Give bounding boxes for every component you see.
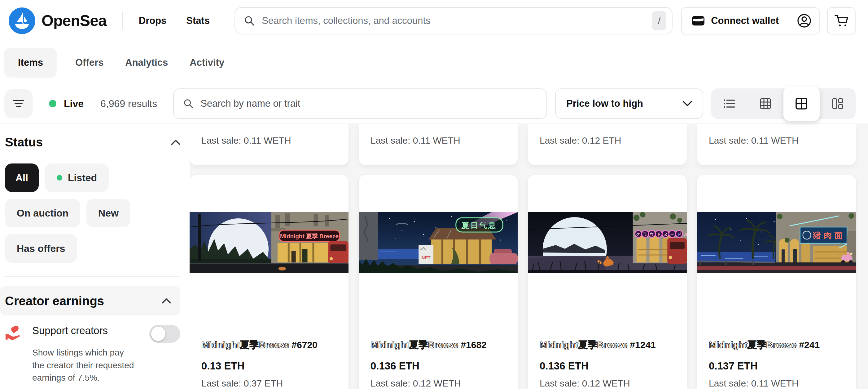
nft-media: 夏日气息 NFT bbox=[359, 175, 518, 334]
opensea-logo-icon[interactable] bbox=[9, 7, 35, 34]
search-icon bbox=[244, 15, 255, 26]
heart-hand-icon bbox=[5, 326, 21, 341]
nft-title: Midnight夏季Breeze#1682 bbox=[371, 339, 506, 352]
view-grid-button[interactable] bbox=[783, 87, 820, 121]
tab-offers[interactable]: Offers bbox=[75, 57, 103, 68]
nft-title: Midnight夏季Breeze#1241 bbox=[539, 339, 675, 352]
support-creators-row: Support creators bbox=[5, 325, 180, 343]
nft-id: #1682 bbox=[461, 340, 486, 350]
filter-icon bbox=[12, 98, 25, 109]
sidebar-divider bbox=[5, 276, 180, 277]
filters-sidebar: Status All Listed On auction New Has off… bbox=[0, 124, 190, 389]
tab-analytics[interactable]: Analytics bbox=[125, 57, 168, 68]
nft-info: Midnight夏季Breeze#241 0.137 ETH Last sale… bbox=[697, 334, 856, 389]
chevron-up-icon bbox=[162, 298, 171, 304]
nft-card-partial[interactable]: Last sale: 0.11 WETH bbox=[359, 124, 518, 165]
connect-wallet-label: Connect wallet bbox=[711, 15, 779, 26]
small-sign-text: NFT bbox=[422, 255, 431, 260]
nft-name: Midnight夏季Breeze bbox=[709, 340, 797, 350]
nft-name: Midnight夏季Breeze bbox=[539, 340, 627, 350]
nft-id: #1241 bbox=[630, 340, 655, 350]
nft-id: #6720 bbox=[291, 340, 317, 350]
profile-icon bbox=[797, 13, 812, 28]
masonry-view-icon bbox=[832, 98, 843, 110]
profile-button[interactable] bbox=[789, 8, 819, 34]
connect-wallet-button[interactable]: Connect wallet bbox=[682, 8, 789, 34]
nft-last-sale: Last sale: 0.37 ETH bbox=[202, 378, 337, 389]
creator-earnings-section-header[interactable]: Creator earnings bbox=[0, 286, 180, 315]
partial-card-row: Last sale: 0.11 WETH Last sale: 0.11 WET… bbox=[190, 124, 868, 165]
tab-activity[interactable]: Activity bbox=[190, 57, 224, 68]
last-sale: Last sale: 0.11 WETH bbox=[709, 135, 844, 146]
results-count: 6,969 results bbox=[100, 98, 157, 110]
filters-button[interactable] bbox=[4, 89, 33, 118]
sort-selected-label: Price low to high bbox=[566, 98, 643, 109]
last-sale: Last sale: 0.12 ETH bbox=[539, 135, 675, 146]
nft-info: Midnight夏季Breeze#1241 0.136 ETH Last sal… bbox=[528, 334, 687, 389]
status-chip-listed[interactable]: Listed bbox=[45, 164, 109, 192]
status-chip-new[interactable]: New bbox=[86, 199, 130, 227]
nft-artwork-comet-shop: 夏日气息 NFT bbox=[359, 212, 518, 273]
neon-sign-text: クラウドヌードル bbox=[636, 232, 687, 237]
nft-name: Midnight夏季Breeze bbox=[371, 340, 458, 350]
neon-sign-text: 夏日气息 bbox=[461, 221, 497, 229]
trait-search-input[interactable] bbox=[200, 98, 537, 109]
sort-dropdown[interactable]: Price low to high bbox=[555, 88, 703, 119]
status-chip-on-auction[interactable]: On auction bbox=[5, 199, 80, 227]
toggle-knob bbox=[151, 327, 165, 341]
nav-link-stats[interactable]: Stats bbox=[186, 15, 210, 26]
nft-info: Midnight夏季Breeze#1682 0.136 ETH Last sal… bbox=[359, 334, 518, 389]
nft-artwork-moon-fox: クラウドヌードル bbox=[528, 212, 687, 273]
nft-card[interactable]: クラウドヌードル Midnight夏季Breeze#1241 0.136 ETH… bbox=[528, 175, 687, 389]
last-sale: Last sale: 0.11 WETH bbox=[202, 135, 337, 146]
trait-search-bar[interactable] bbox=[173, 88, 547, 119]
nft-price: 0.13 ETH bbox=[202, 360, 337, 372]
items-grid: Last sale: 0.11 WETH Last sale: 0.11 WET… bbox=[190, 124, 868, 389]
view-mode-switcher bbox=[711, 88, 856, 119]
status-chip-has-offers[interactable]: Has offers bbox=[5, 234, 77, 263]
dense-grid-view-icon bbox=[760, 98, 771, 110]
nft-title: Midnight夏季Breeze#241 bbox=[709, 339, 844, 352]
wallet-icon bbox=[692, 15, 705, 26]
support-creators-toggle[interactable] bbox=[149, 325, 180, 343]
global-search-bar[interactable]: / bbox=[235, 7, 673, 34]
nft-name: Midnight夏季Breeze bbox=[202, 340, 289, 350]
live-label: Live bbox=[64, 98, 84, 110]
global-search-input[interactable] bbox=[262, 15, 652, 26]
tab-items[interactable]: Items bbox=[4, 48, 57, 78]
listed-dot-icon bbox=[57, 175, 62, 180]
list-view-icon bbox=[723, 98, 736, 109]
nft-price: 0.137 ETH bbox=[709, 360, 844, 372]
nft-card[interactable]: Midnight 夏季 Breeze Midnight夏季Breeze#6720… bbox=[190, 175, 348, 389]
status-title: Status bbox=[5, 135, 43, 149]
status-chip-all[interactable]: All bbox=[5, 164, 39, 192]
view-list-button[interactable] bbox=[711, 88, 747, 119]
wallet-button-group: Connect wallet bbox=[681, 7, 820, 34]
chevron-up-icon bbox=[171, 140, 180, 145]
view-masonry-button[interactable] bbox=[820, 88, 856, 119]
nft-title: Midnight夏季Breeze#6720 bbox=[202, 339, 337, 352]
cart-button[interactable] bbox=[827, 7, 856, 34]
nft-card-partial[interactable]: Last sale: 0.12 ETH bbox=[528, 124, 687, 165]
nft-card[interactable]: 夏日气息 NFT Midnight夏季Breeze#1682 0.136 ETH… bbox=[359, 175, 518, 389]
search-icon bbox=[183, 98, 194, 109]
filter-toolbar: Live 6,969 results Price low to high bbox=[0, 84, 868, 123]
nav-link-drops[interactable]: Drops bbox=[139, 15, 167, 26]
live-status: Live bbox=[49, 98, 84, 110]
neon-sign-text: Midnight 夏季 Breeze bbox=[280, 233, 339, 240]
collection-tabs: Items Offers Analytics Activity bbox=[0, 41, 868, 84]
view-dense-grid-button[interactable] bbox=[747, 88, 784, 119]
support-creators-label: Support creators bbox=[32, 325, 108, 337]
status-chips: All Listed On auction New Has offers bbox=[5, 164, 180, 263]
nft-price: 0.136 ETH bbox=[539, 360, 675, 372]
brand-name[interactable]: OpenSea bbox=[41, 12, 106, 30]
nft-card[interactable]: 猪肉面 Midnight夏季Breeze#241 bbox=[697, 175, 856, 389]
nft-info: Midnight夏季Breeze#6720 0.13 ETH Last sale… bbox=[190, 334, 348, 389]
nft-media: 猪肉面 bbox=[697, 175, 856, 334]
creator-earnings-title: Creator earnings bbox=[5, 294, 104, 308]
status-section-header[interactable]: Status bbox=[5, 135, 180, 149]
neon-sign-text: 猪肉面 bbox=[812, 231, 845, 240]
top-navbar: OpenSea Drops Stats / Connect wallet bbox=[0, 0, 868, 41]
nft-card-partial[interactable]: Last sale: 0.11 WETH bbox=[697, 124, 856, 165]
nft-card-partial[interactable]: Last sale: 0.11 WETH bbox=[190, 124, 348, 165]
